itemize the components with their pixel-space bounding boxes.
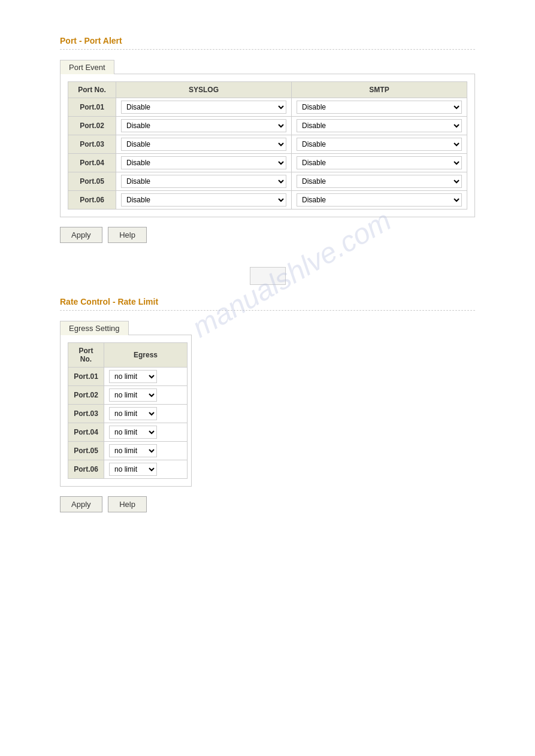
rate-control-title: Rate Control - Rate Limit (60, 297, 475, 306)
egress-value-2[interactable]: no limit512K1M2M4M8M (104, 386, 188, 405)
help-button-1[interactable]: Help (108, 227, 147, 243)
egress-select-3[interactable]: no limit512K1M2M4M8M (109, 407, 157, 420)
egress-value-5[interactable]: no limit512K1M2M4M8M (104, 442, 188, 460)
egress-select-1[interactable]: no limit512K1M2M4M8M (109, 370, 157, 383)
egress-col-port-no: Port No. (68, 343, 104, 368)
egress-select-6[interactable]: no limit512K1M2M4M8M (109, 463, 157, 476)
port-event-syslog-1[interactable]: DisableEnable (116, 98, 292, 117)
egress-setting-tab[interactable]: Egress Setting (60, 321, 129, 335)
egress-value-1[interactable]: no limit512K1M2M4M8M (104, 368, 188, 386)
section2-divider (60, 310, 475, 311)
port-event-smtp-6[interactable]: DisableEnable (292, 191, 467, 210)
egress-port-1: Port.01 (68, 368, 104, 386)
port-event-port-1: Port.01 (68, 98, 116, 117)
egress-port-6: Port.06 (68, 460, 104, 479)
syslog-select-3[interactable]: DisableEnable (121, 138, 286, 151)
egress-value-4[interactable]: no limit512K1M2M4M8M (104, 423, 188, 442)
section2-buttons: Apply Help (60, 496, 475, 512)
smtp-select-1[interactable]: DisableEnable (297, 101, 462, 114)
port-event-port-3: Port.03 (68, 135, 116, 154)
egress-value-3[interactable]: no limit512K1M2M4M8M (104, 405, 188, 423)
col-syslog: SYSLOG (116, 82, 292, 98)
port-event-syslog-5[interactable]: DisableEnable (116, 172, 292, 191)
port-event-syslog-6[interactable]: DisableEnable (116, 191, 292, 210)
syslog-select-1[interactable]: DisableEnable (121, 101, 286, 114)
middle-box (250, 267, 286, 285)
port-event-port-6: Port.06 (68, 191, 116, 210)
egress-table-container: Port No. Egress Port.01no limit512K1M2M4… (60, 335, 192, 487)
egress-port-4: Port.04 (68, 423, 104, 442)
smtp-select-5[interactable]: DisableEnable (297, 175, 462, 188)
port-event-smtp-5[interactable]: DisableEnable (292, 172, 467, 191)
port-event-smtp-3[interactable]: DisableEnable (292, 135, 467, 154)
port-event-syslog-2[interactable]: DisableEnable (116, 117, 292, 135)
port-event-port-2: Port.02 (68, 117, 116, 135)
rate-control-section: Rate Control - Rate Limit Egress Setting… (60, 297, 475, 512)
egress-table: Port No. Egress Port.01no limit512K1M2M4… (68, 342, 188, 479)
port-event-smtp-2[interactable]: DisableEnable (292, 117, 467, 135)
syslog-select-2[interactable]: DisableEnable (121, 119, 286, 132)
egress-port-5: Port.05 (68, 442, 104, 460)
egress-select-4[interactable]: no limit512K1M2M4M8M (109, 426, 157, 439)
smtp-select-2[interactable]: DisableEnable (297, 119, 462, 132)
apply-button-2[interactable]: Apply (60, 496, 102, 512)
port-event-port-4: Port.04 (68, 154, 116, 172)
section1-divider (60, 49, 475, 50)
port-alert-section: Port - Port Alert Port Event Port No. SY… (60, 36, 475, 243)
port-event-table-container: Port No. SYSLOG SMTP Port.01DisableEnabl… (60, 74, 475, 217)
port-event-port-5: Port.05 (68, 172, 116, 191)
egress-port-3: Port.03 (68, 405, 104, 423)
egress-col-egress: Egress (104, 343, 188, 368)
egress-select-5[interactable]: no limit512K1M2M4M8M (109, 444, 157, 457)
smtp-select-3[interactable]: DisableEnable (297, 138, 462, 151)
section1-buttons: Apply Help (60, 227, 475, 243)
syslog-select-5[interactable]: DisableEnable (121, 175, 286, 188)
port-event-syslog-3[interactable]: DisableEnable (116, 135, 292, 154)
smtp-select-6[interactable]: DisableEnable (297, 193, 462, 207)
col-smtp: SMTP (292, 82, 467, 98)
syslog-select-4[interactable]: DisableEnable (121, 156, 286, 169)
port-alert-title: Port - Port Alert (60, 36, 475, 45)
port-event-table: Port No. SYSLOG SMTP Port.01DisableEnabl… (68, 81, 467, 210)
port-event-smtp-1[interactable]: DisableEnable (292, 98, 467, 117)
smtp-select-4[interactable]: DisableEnable (297, 156, 462, 169)
egress-select-2[interactable]: no limit512K1M2M4M8M (109, 388, 157, 402)
port-event-syslog-4[interactable]: DisableEnable (116, 154, 292, 172)
egress-port-2: Port.02 (68, 386, 104, 405)
apply-button-1[interactable]: Apply (60, 227, 102, 243)
help-button-2[interactable]: Help (108, 496, 147, 512)
port-event-smtp-4[interactable]: DisableEnable (292, 154, 467, 172)
col-port-no: Port No. (68, 82, 116, 98)
port-event-tab[interactable]: Port Event (60, 60, 114, 74)
syslog-select-6[interactable]: DisableEnable (121, 193, 286, 207)
egress-value-6[interactable]: no limit512K1M2M4M8M (104, 460, 188, 479)
